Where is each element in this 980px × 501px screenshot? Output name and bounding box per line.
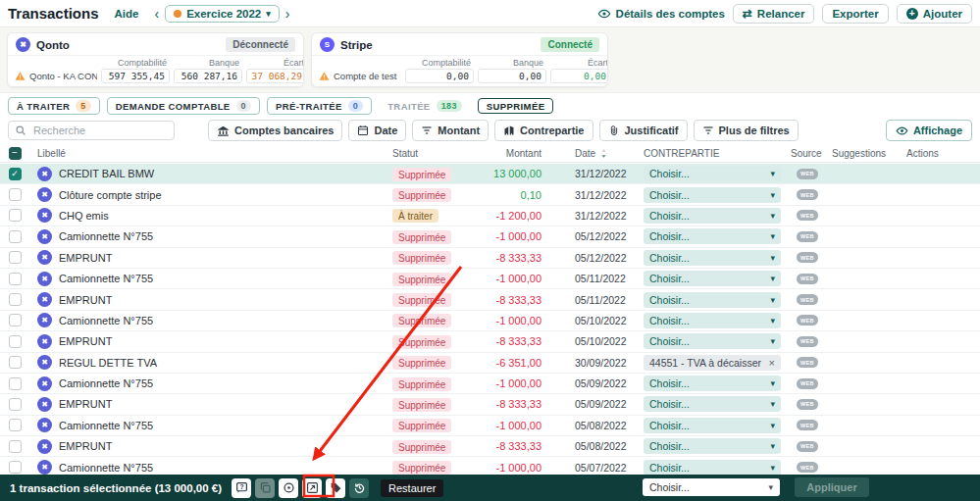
help-link[interactable]: Aide (115, 8, 139, 20)
row-checkbox[interactable] (9, 377, 22, 390)
row-checkbox[interactable]: ✓ (9, 168, 22, 180)
counterparty-select[interactable]: Choisir...▾ (644, 376, 781, 391)
table-row[interactable]: ✖Camionnette N°755Supprimée-1 000,0005/1… (0, 226, 980, 247)
row-checkbox[interactable] (9, 398, 22, 411)
row-checkbox[interactable] (9, 251, 22, 264)
transaction-date: 05/10/2022 (545, 335, 644, 347)
row-checkbox[interactable] (9, 461, 22, 474)
filter-button-plus-de-filtres[interactable]: Plus de filtres (694, 120, 799, 141)
counterparty-chip[interactable]: 44551 - TVA à décaisser× (644, 355, 781, 371)
counterparty-select[interactable]: Choisir...▾ (644, 292, 781, 308)
row-checkbox[interactable] (9, 314, 22, 326)
row-checkbox[interactable] (9, 293, 22, 306)
qonto-transaction-icon: ✖ (37, 229, 52, 244)
relancer-button[interactable]: ⇄ Relancer (733, 4, 815, 24)
filter-button-comptes-bancaires[interactable]: Comptes bancaires (208, 120, 342, 141)
tab-supprim-e[interactable]: SUPPRIMÉE (478, 98, 554, 114)
column-header-statut[interactable]: Statut (392, 148, 471, 159)
tag-button[interactable] (326, 478, 345, 498)
ajouter-button[interactable]: + Ajouter (897, 4, 972, 24)
row-checkbox[interactable] (9, 209, 22, 222)
tab-trait-e[interactable]: TRAITÉE183 (379, 97, 471, 115)
eye-icon (597, 7, 611, 21)
table-row[interactable]: ✖EMPRUNTSupprimée-8 333,3305/08/2022Choi… (0, 436, 980, 457)
column-header-source[interactable]: Source (791, 148, 832, 159)
source-badge: WEB (797, 399, 818, 410)
search-input[interactable] (31, 124, 168, 137)
status-badge: Supprimée (392, 293, 451, 307)
qonto-transaction-icon: ✖ (37, 397, 52, 412)
filter-button-montant[interactable]: Montant (412, 120, 489, 141)
row-checkbox[interactable] (9, 273, 22, 285)
exercise-selector[interactable]: Exercice 2022 ▾ (165, 5, 280, 23)
previous-exercise-chevron-icon[interactable]: ‹ (148, 7, 165, 21)
table-row[interactable]: ✓✖CREDIT BAIL BMWSupprimée13 000,0031/12… (0, 164, 980, 184)
counterparty-select[interactable]: Choisir...▾ (644, 208, 781, 224)
table-row[interactable]: ✖EMPRUNTSupprimée-8 333,3305/11/2022Choi… (0, 289, 980, 310)
remove-counterparty-icon[interactable]: × (769, 357, 775, 369)
select-all-checkbox[interactable]: − (9, 147, 22, 160)
counterparty-select[interactable]: Choisir...▾ (644, 271, 781, 286)
counterparty-select[interactable]: Choisir...▾ (644, 166, 781, 181)
counterparty-select[interactable]: Choisir...▾ (644, 418, 781, 433)
row-checkbox[interactable] (9, 440, 22, 453)
bulk-action-bar: 1 transaction sélectionnée (13 000,00 €)… (0, 475, 980, 501)
copy-button[interactable] (255, 478, 275, 498)
counterparty-select[interactable]: Choisir...▾ (644, 187, 781, 203)
status-badge: Supprimée (392, 419, 451, 432)
table-row[interactable]: ✖Camionnette N°755Supprimée-1 000,0005/0… (0, 374, 980, 394)
row-checkbox[interactable] (9, 356, 22, 369)
counterparty-select[interactable]: Choisir...▾ (644, 313, 781, 328)
table-row[interactable]: ✖Camionnette N°755Supprimée-1 000,0005/1… (0, 311, 980, 331)
source-badge: WEB (797, 169, 818, 179)
table-row[interactable]: ✖EMPRUNTSupprimée-8 333,3305/10/2022Choi… (0, 331, 980, 352)
transaction-amount: -1 000,00 (471, 315, 545, 326)
table-row[interactable]: ✖Camionnette N°755Supprimée-1 000,0005/0… (0, 416, 980, 436)
counterparty-select[interactable]: Choisir...▾ (644, 333, 781, 349)
transaction-label: CREDIT BAIL BMW (59, 168, 154, 179)
next-exercise-chevron-icon[interactable]: › (280, 7, 296, 21)
row-checkbox[interactable] (9, 188, 22, 201)
export-button[interactable] (302, 478, 322, 498)
column-header-suggestions[interactable]: Suggestions (832, 148, 891, 159)
column-header-libelle[interactable]: Libellé (29, 148, 392, 159)
counterparty-select[interactable]: Choisir...▾ (644, 396, 781, 412)
bulk-counterparty-select[interactable]: Choisir... ▾ (643, 478, 780, 496)
column-header-actions[interactable]: Actions (891, 148, 980, 159)
filter-button-contrepartie[interactable]: Contrepartie (494, 120, 593, 141)
row-checkbox[interactable] (9, 419, 22, 431)
history-button[interactable] (349, 478, 369, 498)
transactions-table-body: ✓✖CREDIT BAIL BMWSupprimée13 000,0031/12… (0, 164, 980, 478)
search-box[interactable] (8, 121, 175, 140)
tab--traiter[interactable]: À TRAITER5 (8, 97, 100, 115)
target-button[interactable] (279, 478, 298, 498)
exporter-button[interactable]: Exporter (822, 4, 888, 24)
sort-icon[interactable] (600, 148, 607, 159)
table-row[interactable]: ✖EMPRUNTSupprimée-8 333,3305/09/2022Choi… (0, 394, 980, 415)
comment-button[interactable]: ? (232, 478, 251, 498)
column-header-montant[interactable]: Montant (471, 148, 545, 159)
tab-pr-trait-e[interactable]: PRÉ-TRAITÉE0 (267, 97, 372, 115)
counterparty-select[interactable]: Choisir...▾ (644, 460, 781, 476)
counterparty-select[interactable]: Choisir...▾ (644, 438, 781, 454)
table-row[interactable]: ✖CHQ emisÀ traiter-1 200,0031/12/2022Cho… (0, 206, 980, 226)
table-row[interactable]: ✖Clôture compte stripeSupprimée0,1031/12… (0, 184, 980, 205)
tab-demande-comptable[interactable]: DEMANDE COMPTABLE0 (107, 97, 260, 115)
table-row[interactable]: ✖REGUL DETTE TVASupprimée-6 351,0030/09/… (0, 353, 980, 374)
chevron-down-icon: ▾ (770, 316, 775, 326)
counterparty-select[interactable]: Choisir...▾ (644, 228, 781, 244)
search-icon (15, 125, 26, 136)
row-checkbox[interactable] (9, 230, 22, 243)
table-row[interactable]: ✖EMPRUNTSupprimée-8 333,3305/12/2022Choi… (0, 248, 980, 269)
counterparty-select[interactable]: Choisir...▾ (644, 250, 781, 266)
chevron-down-icon: ▾ (770, 169, 775, 178)
apply-button[interactable]: Appliquer (795, 477, 869, 497)
column-header-date[interactable]: Date (545, 148, 644, 159)
table-row[interactable]: ✖Camionnette N°755Supprimée-1 000,0005/1… (0, 269, 980, 289)
row-checkbox[interactable] (9, 335, 22, 348)
filter-button-date[interactable]: Date (348, 120, 406, 141)
column-header-contrepartie[interactable]: CONTREPARTIE (644, 148, 791, 159)
affichage-button[interactable]: Affichage (886, 120, 972, 141)
filter-button-justificatif[interactable]: Justificatif (599, 120, 688, 141)
account-details-button[interactable]: Détails des comptes (597, 7, 725, 21)
